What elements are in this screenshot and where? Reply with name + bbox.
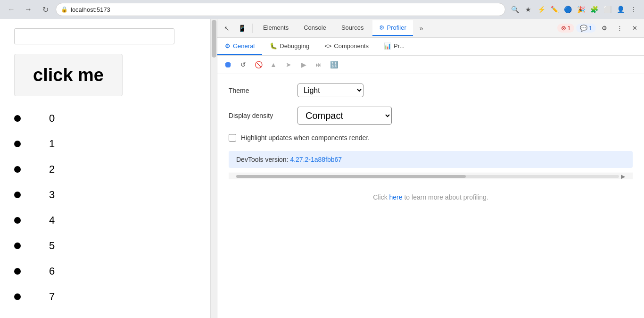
tab-sources[interactable]: Sources [335, 20, 371, 36]
devtools-version-box: DevTools version: 4.27.2-1a88fbb67 [229, 151, 633, 168]
message-count: 1 [589, 25, 592, 32]
page-scrollbar[interactable] [210, 19, 217, 318]
bookmark-icon[interactable]: ★ [522, 4, 534, 15]
inspect-element-icon[interactable]: ↖ [220, 22, 233, 35]
prev-commit-button[interactable]: ▲ [267, 59, 280, 71]
tab-sources-label: Sources [341, 24, 364, 31]
density-label: Display density [229, 112, 290, 119]
react-tab-debugging-label: Debugging [280, 42, 309, 50]
bullet-6 [14, 268, 21, 275]
profiler-toolbar: ⏺ ↺ 🚫 ▲ ➤ ▶ ⏭ 🔢 [217, 56, 644, 74]
react-tab-debugging[interactable]: 🐛 Debugging [262, 38, 317, 55]
tab-elements-label: Elements [263, 24, 289, 31]
click-me-button[interactable]: click me [14, 54, 123, 96]
devtools-panel: ↖ 📱 Elements Console Sources ⚙ Profiler … [217, 19, 644, 318]
react-tab-general-label: General [233, 42, 255, 50]
zoom-out-button[interactable]: 🔢 [328, 59, 340, 71]
more-options-icon[interactable]: ⋮ [613, 22, 626, 35]
version-link[interactable]: 4.27.2-1a88fbb67 [290, 156, 342, 163]
page-content: click me 0 1 2 3 4 [0, 19, 217, 318]
list-number-4: 4 [49, 208, 55, 233]
search-input[interactable] [14, 28, 174, 44]
record-button[interactable]: ⏺ [222, 59, 234, 71]
page-inner: click me 0 1 2 3 4 [0, 19, 217, 318]
density-select[interactable]: Compact Comfortable [297, 107, 392, 125]
reload-button[interactable]: ↻ [39, 3, 52, 16]
more-tabs-button[interactable]: » [415, 21, 428, 36]
profiling-message: Click here to learn more about profiling… [229, 179, 633, 215]
settings-panel: Theme Light Dark Auto Display density Co… [217, 74, 644, 318]
ext-icon-1[interactable]: ⚡ [536, 4, 547, 15]
main-area: click me 0 1 2 3 4 [0, 19, 644, 318]
tab-console-label: Console [304, 24, 326, 31]
settings-icon[interactable]: ⚙ [598, 22, 611, 35]
error-badge[interactable]: ⊗ 1 [557, 24, 575, 33]
tab-elements[interactable]: Elements [256, 20, 295, 36]
message-badge[interactable]: 💬 1 [576, 24, 596, 33]
ext-icon-3[interactable]: 🔵 [562, 4, 573, 15]
debugging-icon: 🐛 [270, 42, 277, 50]
highlight-checkbox[interactable] [229, 134, 236, 142]
zoom-in-button[interactable]: ➤ [282, 59, 295, 71]
toolbar-separator [252, 24, 253, 33]
react-tabs: ⚙ General 🐛 Debugging <> Components 📊 Pr… [217, 38, 644, 56]
menu-icon[interactable]: ⋮ [628, 4, 639, 15]
browser-chrome: ← → ↻ 🔒 localhost:5173 🔍 ★ ⚡ ✏️ 🔵 🎉 🧩 ⬜ … [0, 0, 644, 19]
list-item [14, 208, 21, 233]
profiler-icon: ⚙ [379, 24, 385, 31]
profile-icon[interactable]: 👤 [615, 4, 626, 15]
list-number-7: 7 [49, 284, 55, 310]
reload-profile-button[interactable]: ↺ [237, 59, 249, 71]
ext-icon-2[interactable]: ✏️ [549, 4, 560, 15]
react-tab-general[interactable]: ⚙ General [217, 38, 262, 55]
hscroll-area: ▶ [229, 173, 633, 179]
close-devtools-icon[interactable]: ✕ [628, 22, 641, 35]
bullet-2 [14, 166, 21, 173]
bullet-7 [14, 293, 21, 300]
bullet-3 [14, 192, 21, 198]
address-bar[interactable]: 🔒 localhost:5173 [56, 3, 505, 16]
list-item [14, 182, 21, 208]
version-label: DevTools version: [236, 156, 289, 163]
react-tab-profiler2-label: Pr... [394, 42, 405, 50]
window-icon[interactable]: ⬜ [602, 4, 613, 15]
back-button[interactable]: ← [5, 3, 18, 16]
list-bullets [14, 106, 21, 310]
list-item [14, 284, 21, 310]
zoom-icon[interactable]: 🔍 [509, 4, 520, 15]
profiling-link[interactable]: here [389, 193, 405, 201]
list-number-2: 2 [49, 157, 55, 182]
list-item [14, 131, 21, 157]
list-number-1: 1 [49, 131, 55, 157]
scroll-right-arrow: ▶ [621, 173, 625, 180]
tab-console[interactable]: Console [297, 20, 333, 36]
list-item [14, 233, 21, 259]
react-tab-profiler2[interactable]: 📊 Pr... [376, 38, 412, 55]
general-icon: ⚙ [225, 42, 231, 50]
error-icon: ⊗ [561, 25, 566, 32]
bullet-4 [14, 217, 21, 224]
browser-toolbar: ← → ↻ 🔒 localhost:5173 🔍 ★ ⚡ ✏️ 🔵 🎉 🧩 ⬜ … [0, 0, 644, 19]
scrollbar-thumb [212, 20, 216, 58]
forward-button[interactable]: → [22, 3, 35, 16]
profiler2-icon: 📊 [384, 42, 391, 50]
theme-select[interactable]: Light Dark Auto [297, 84, 363, 97]
highlight-row: Highlight updates when components render… [229, 134, 633, 142]
list-number-0: 0 [49, 106, 55, 131]
bullet-0 [14, 115, 21, 122]
list-item [14, 106, 21, 131]
theme-row: Theme Light Dark Auto [229, 84, 633, 97]
horizontal-scrollbar[interactable]: ▶ [229, 173, 633, 179]
list-number-3: 3 [49, 182, 55, 208]
bullet-1 [14, 141, 21, 147]
device-toolbar-icon[interactable]: 📱 [235, 22, 248, 35]
jump-end-button[interactable]: ⏭ [313, 59, 325, 71]
clear-button[interactable]: 🚫 [252, 59, 264, 71]
ext-icon-4[interactable]: 🎉 [575, 4, 586, 15]
next-commit-button[interactable]: ▶ [297, 59, 310, 71]
react-tab-components[interactable]: <> Components [317, 38, 376, 55]
list-item [14, 259, 21, 284]
list-container: 0 1 2 3 4 5 6 7 [14, 106, 193, 310]
ext-icon-5[interactable]: 🧩 [588, 4, 600, 15]
tab-profiler[interactable]: ⚙ Profiler [372, 20, 413, 36]
